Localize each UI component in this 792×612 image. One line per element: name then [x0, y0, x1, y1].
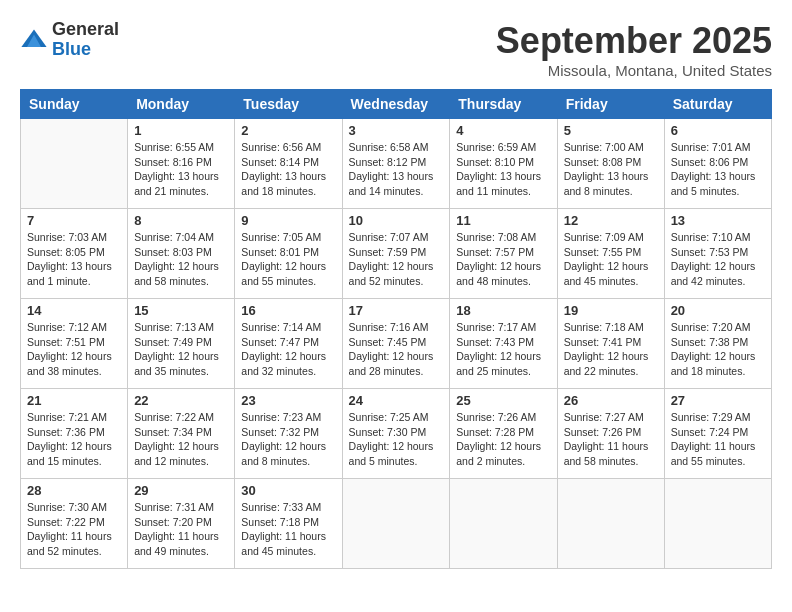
calendar-cell: 7Sunrise: 7:03 AMSunset: 8:05 PMDaylight… — [21, 209, 128, 299]
day-info: Sunrise: 7:29 AMSunset: 7:24 PMDaylight:… — [671, 410, 765, 469]
logo-icon — [20, 26, 48, 54]
day-info: Sunrise: 7:20 AMSunset: 7:38 PMDaylight:… — [671, 320, 765, 379]
day-info: Sunrise: 7:13 AMSunset: 7:49 PMDaylight:… — [134, 320, 228, 379]
day-info: Sunrise: 7:22 AMSunset: 7:34 PMDaylight:… — [134, 410, 228, 469]
calendar-cell — [21, 119, 128, 209]
day-number: 28 — [27, 483, 121, 498]
day-number: 23 — [241, 393, 335, 408]
day-header-tuesday: Tuesday — [235, 90, 342, 119]
day-info: Sunrise: 7:21 AMSunset: 7:36 PMDaylight:… — [27, 410, 121, 469]
day-number: 20 — [671, 303, 765, 318]
calendar-cell: 19Sunrise: 7:18 AMSunset: 7:41 PMDayligh… — [557, 299, 664, 389]
day-number: 5 — [564, 123, 658, 138]
day-number: 12 — [564, 213, 658, 228]
calendar-cell: 14Sunrise: 7:12 AMSunset: 7:51 PMDayligh… — [21, 299, 128, 389]
day-number: 22 — [134, 393, 228, 408]
calendar-cell — [557, 479, 664, 569]
day-info: Sunrise: 7:14 AMSunset: 7:47 PMDaylight:… — [241, 320, 335, 379]
day-number: 4 — [456, 123, 550, 138]
calendar-cell: 1Sunrise: 6:55 AMSunset: 8:16 PMDaylight… — [128, 119, 235, 209]
day-info: Sunrise: 7:07 AMSunset: 7:59 PMDaylight:… — [349, 230, 444, 289]
day-number: 30 — [241, 483, 335, 498]
calendar-cell: 22Sunrise: 7:22 AMSunset: 7:34 PMDayligh… — [128, 389, 235, 479]
logo-general: General — [52, 20, 119, 40]
calendar-cell: 18Sunrise: 7:17 AMSunset: 7:43 PMDayligh… — [450, 299, 557, 389]
month-title: September 2025 — [496, 20, 772, 62]
calendar-table: SundayMondayTuesdayWednesdayThursdayFrid… — [20, 89, 772, 569]
day-info: Sunrise: 7:03 AMSunset: 8:05 PMDaylight:… — [27, 230, 121, 289]
day-number: 29 — [134, 483, 228, 498]
calendar-cell: 3Sunrise: 6:58 AMSunset: 8:12 PMDaylight… — [342, 119, 450, 209]
day-info: Sunrise: 7:01 AMSunset: 8:06 PMDaylight:… — [671, 140, 765, 199]
day-number: 9 — [241, 213, 335, 228]
day-number: 24 — [349, 393, 444, 408]
day-number: 13 — [671, 213, 765, 228]
day-number: 16 — [241, 303, 335, 318]
day-info: Sunrise: 7:30 AMSunset: 7:22 PMDaylight:… — [27, 500, 121, 559]
day-number: 27 — [671, 393, 765, 408]
day-number: 26 — [564, 393, 658, 408]
day-info: Sunrise: 7:12 AMSunset: 7:51 PMDaylight:… — [27, 320, 121, 379]
calendar-cell: 15Sunrise: 7:13 AMSunset: 7:49 PMDayligh… — [128, 299, 235, 389]
calendar-cell — [664, 479, 771, 569]
day-number: 11 — [456, 213, 550, 228]
day-info: Sunrise: 7:08 AMSunset: 7:57 PMDaylight:… — [456, 230, 550, 289]
day-info: Sunrise: 7:17 AMSunset: 7:43 PMDaylight:… — [456, 320, 550, 379]
day-info: Sunrise: 7:10 AMSunset: 7:53 PMDaylight:… — [671, 230, 765, 289]
day-number: 25 — [456, 393, 550, 408]
day-info: Sunrise: 6:58 AMSunset: 8:12 PMDaylight:… — [349, 140, 444, 199]
day-header-sunday: Sunday — [21, 90, 128, 119]
calendar-week-5: 28Sunrise: 7:30 AMSunset: 7:22 PMDayligh… — [21, 479, 772, 569]
day-number: 7 — [27, 213, 121, 228]
day-number: 6 — [671, 123, 765, 138]
day-header-monday: Monday — [128, 90, 235, 119]
calendar-cell — [342, 479, 450, 569]
calendar-cell: 23Sunrise: 7:23 AMSunset: 7:32 PMDayligh… — [235, 389, 342, 479]
calendar-cell — [450, 479, 557, 569]
day-info: Sunrise: 7:26 AMSunset: 7:28 PMDaylight:… — [456, 410, 550, 469]
day-number: 3 — [349, 123, 444, 138]
day-number: 21 — [27, 393, 121, 408]
calendar-cell: 11Sunrise: 7:08 AMSunset: 7:57 PMDayligh… — [450, 209, 557, 299]
calendar-week-1: 1Sunrise: 6:55 AMSunset: 8:16 PMDaylight… — [21, 119, 772, 209]
calendar-cell: 16Sunrise: 7:14 AMSunset: 7:47 PMDayligh… — [235, 299, 342, 389]
day-number: 19 — [564, 303, 658, 318]
calendar-cell: 27Sunrise: 7:29 AMSunset: 7:24 PMDayligh… — [664, 389, 771, 479]
calendar-cell: 17Sunrise: 7:16 AMSunset: 7:45 PMDayligh… — [342, 299, 450, 389]
day-number: 17 — [349, 303, 444, 318]
day-info: Sunrise: 7:27 AMSunset: 7:26 PMDaylight:… — [564, 410, 658, 469]
day-number: 15 — [134, 303, 228, 318]
day-info: Sunrise: 7:23 AMSunset: 7:32 PMDaylight:… — [241, 410, 335, 469]
day-info: Sunrise: 7:05 AMSunset: 8:01 PMDaylight:… — [241, 230, 335, 289]
calendar-cell: 30Sunrise: 7:33 AMSunset: 7:18 PMDayligh… — [235, 479, 342, 569]
calendar-week-3: 14Sunrise: 7:12 AMSunset: 7:51 PMDayligh… — [21, 299, 772, 389]
calendar-cell: 12Sunrise: 7:09 AMSunset: 7:55 PMDayligh… — [557, 209, 664, 299]
calendar-cell: 4Sunrise: 6:59 AMSunset: 8:10 PMDaylight… — [450, 119, 557, 209]
day-info: Sunrise: 6:55 AMSunset: 8:16 PMDaylight:… — [134, 140, 228, 199]
calendar-week-4: 21Sunrise: 7:21 AMSunset: 7:36 PMDayligh… — [21, 389, 772, 479]
day-info: Sunrise: 7:25 AMSunset: 7:30 PMDaylight:… — [349, 410, 444, 469]
calendar-cell: 5Sunrise: 7:00 AMSunset: 8:08 PMDaylight… — [557, 119, 664, 209]
day-number: 1 — [134, 123, 228, 138]
day-header-friday: Friday — [557, 90, 664, 119]
day-info: Sunrise: 7:18 AMSunset: 7:41 PMDaylight:… — [564, 320, 658, 379]
calendar-cell: 24Sunrise: 7:25 AMSunset: 7:30 PMDayligh… — [342, 389, 450, 479]
day-info: Sunrise: 7:00 AMSunset: 8:08 PMDaylight:… — [564, 140, 658, 199]
day-number: 2 — [241, 123, 335, 138]
calendar-cell: 21Sunrise: 7:21 AMSunset: 7:36 PMDayligh… — [21, 389, 128, 479]
calendar-week-2: 7Sunrise: 7:03 AMSunset: 8:05 PMDaylight… — [21, 209, 772, 299]
calendar-cell: 29Sunrise: 7:31 AMSunset: 7:20 PMDayligh… — [128, 479, 235, 569]
calendar-cell: 6Sunrise: 7:01 AMSunset: 8:06 PMDaylight… — [664, 119, 771, 209]
day-info: Sunrise: 6:59 AMSunset: 8:10 PMDaylight:… — [456, 140, 550, 199]
calendar-cell: 25Sunrise: 7:26 AMSunset: 7:28 PMDayligh… — [450, 389, 557, 479]
location: Missoula, Montana, United States — [496, 62, 772, 79]
calendar-cell: 9Sunrise: 7:05 AMSunset: 8:01 PMDaylight… — [235, 209, 342, 299]
calendar-cell: 10Sunrise: 7:07 AMSunset: 7:59 PMDayligh… — [342, 209, 450, 299]
day-info: Sunrise: 7:09 AMSunset: 7:55 PMDaylight:… — [564, 230, 658, 289]
calendar-cell: 26Sunrise: 7:27 AMSunset: 7:26 PMDayligh… — [557, 389, 664, 479]
logo-blue: Blue — [52, 40, 119, 60]
day-info: Sunrise: 7:31 AMSunset: 7:20 PMDaylight:… — [134, 500, 228, 559]
calendar-cell: 8Sunrise: 7:04 AMSunset: 8:03 PMDaylight… — [128, 209, 235, 299]
calendar-header-row: SundayMondayTuesdayWednesdayThursdayFrid… — [21, 90, 772, 119]
calendar-cell: 28Sunrise: 7:30 AMSunset: 7:22 PMDayligh… — [21, 479, 128, 569]
